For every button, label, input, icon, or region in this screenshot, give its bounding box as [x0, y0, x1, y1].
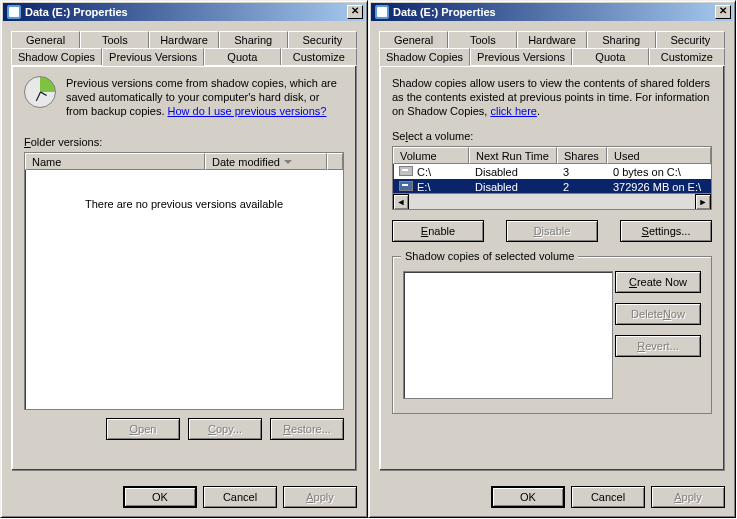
properties-window-shadow-copies: Data (E:) Properties ✕ General Tools Har…	[368, 0, 736, 518]
restore-button[interactable]: Restore...	[270, 418, 344, 440]
dialog-buttons: OK Cancel Apply	[369, 477, 735, 517]
empty-message: There are no previous versions available	[25, 170, 343, 210]
folder-versions-label: FFolder versions:older versions:	[24, 136, 344, 148]
tab-customize[interactable]: Customize	[281, 48, 357, 65]
tab-quota[interactable]: Quota	[572, 48, 648, 65]
apply-button[interactable]: Apply	[651, 486, 725, 508]
column-shares[interactable]: Shares	[557, 147, 607, 164]
tab-sharing[interactable]: Sharing	[587, 31, 656, 48]
column-used[interactable]: Used	[607, 147, 711, 164]
tab-hardware[interactable]: Hardware	[517, 31, 586, 48]
previous-versions-icon	[24, 76, 56, 108]
tab-tools[interactable]: Tools	[80, 31, 149, 48]
revert-button[interactable]: Revert...	[615, 335, 701, 357]
listview-header: Name Date modified	[25, 153, 343, 170]
titlebar[interactable]: Data (E:) Properties ✕	[3, 3, 365, 21]
tab-quota[interactable]: Quota	[204, 48, 280, 65]
create-now-button[interactable]: Create Now	[615, 271, 701, 293]
cancel-button[interactable]: Cancel	[203, 486, 277, 508]
volume-row-e[interactable]: E:\ Disabled 2 372926 MB on E:\	[393, 179, 711, 194]
help-link[interactable]: How do I use previous versions?	[168, 105, 327, 117]
tab-sharing[interactable]: Sharing	[219, 31, 288, 48]
volume-header: Volume Next Run Time Shares Used	[393, 147, 711, 164]
titlebar[interactable]: Data (E:) Properties ✕	[371, 3, 733, 21]
snapshot-listview[interactable]	[403, 271, 613, 399]
column-date-modified[interactable]: Date modified	[205, 153, 327, 170]
tab-general[interactable]: General	[379, 31, 448, 48]
info-text: Shadow copies allow users to view the co…	[392, 76, 712, 118]
enable-button[interactable]: Enable	[392, 220, 484, 242]
disable-button[interactable]: Disable	[506, 220, 598, 242]
drive-icon	[399, 181, 413, 191]
tab-general[interactable]: General	[11, 31, 80, 48]
open-button[interactable]: Open	[106, 418, 180, 440]
scroll-left-button[interactable]: ◄	[393, 194, 409, 210]
info-text-body: Shadow copies allow users to view the co…	[392, 77, 710, 117]
copy-button[interactable]: Copy...	[188, 418, 262, 440]
tab-shadow-copies[interactable]: Shadow Copies	[379, 48, 470, 66]
group-caption: Shadow copies of selected volume	[401, 250, 578, 262]
volume-listview[interactable]: Volume Next Run Time Shares Used C:\ Dis…	[392, 146, 712, 210]
tab-tools[interactable]: Tools	[448, 31, 517, 48]
help-link[interactable]: click here	[490, 105, 536, 117]
window-title: Data (E:) Properties	[393, 6, 715, 18]
tab-strip: General Tools Hardware Sharing Security …	[11, 31, 357, 471]
select-volume-label: Select a volume:	[392, 130, 712, 142]
column-next-run[interactable]: Next Run Time	[469, 147, 557, 164]
settings-button[interactable]: Settings...	[620, 220, 712, 242]
volume-row-c[interactable]: C:\ Disabled 3 0 bytes on C:\	[393, 164, 711, 179]
drive-icon	[7, 5, 21, 19]
window-title: Data (E:) Properties	[25, 6, 347, 18]
column-spacer	[327, 153, 343, 170]
tab-hardware[interactable]: Hardware	[149, 31, 218, 48]
versions-listview[interactable]: Name Date modified There are no previous…	[24, 152, 344, 410]
scroll-right-button[interactable]: ►	[695, 194, 711, 210]
tab-customize[interactable]: Customize	[649, 48, 725, 65]
tab-previous-versions[interactable]: Previous Versions	[102, 48, 204, 66]
ok-button[interactable]: OK	[491, 486, 565, 508]
column-volume[interactable]: Volume	[393, 147, 469, 164]
horizontal-scrollbar[interactable]: ◄ ►	[393, 193, 711, 209]
cancel-button[interactable]: Cancel	[571, 486, 645, 508]
properties-window-previous-versions: Data (E:) Properties ✕ General Tools Har…	[0, 0, 368, 518]
tab-shadow-copies[interactable]: Shadow Copies	[11, 48, 102, 65]
tab-security[interactable]: Security	[288, 31, 357, 48]
apply-button[interactable]: Apply	[283, 486, 357, 508]
tab-previous-versions[interactable]: Previous Versions	[470, 48, 572, 65]
scroll-track[interactable]	[409, 194, 695, 209]
delete-now-button[interactable]: Delete Now	[615, 303, 701, 325]
sort-desc-icon	[284, 160, 292, 164]
column-name[interactable]: Name	[25, 153, 205, 170]
close-button[interactable]: ✕	[715, 5, 731, 19]
drive-icon	[399, 166, 413, 176]
selected-volume-group: Shadow copies of selected volume Create …	[392, 256, 712, 414]
close-button[interactable]: ✕	[347, 5, 363, 19]
info-text: Previous versions come from shadow copie…	[24, 76, 344, 118]
tab-strip: General Tools Hardware Sharing Security …	[379, 31, 725, 471]
tab-security[interactable]: Security	[656, 31, 725, 48]
ok-button[interactable]: OK	[123, 486, 197, 508]
dialog-buttons: OK Cancel Apply	[1, 477, 367, 517]
drive-icon	[375, 5, 389, 19]
